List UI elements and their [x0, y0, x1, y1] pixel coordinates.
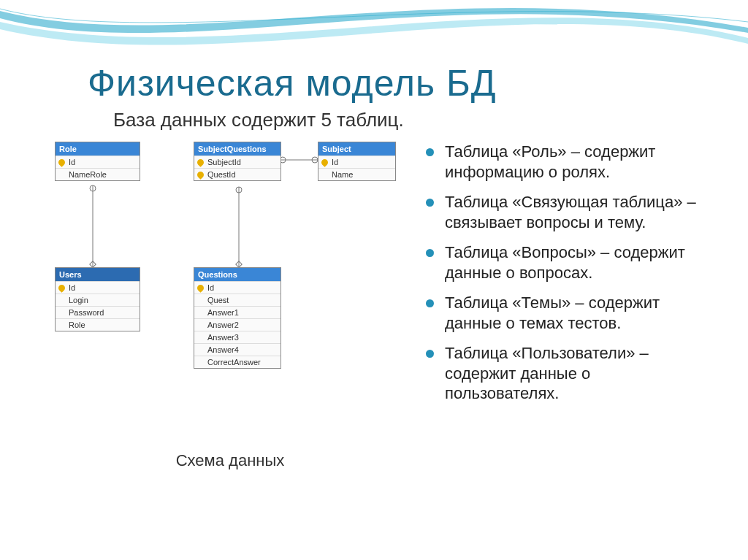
- db-diagram: Role Id NameRole SubjectQuestions Subjec…: [55, 142, 413, 463]
- table-questions: Questions Id Quest Answer1 Answer2 Answe…: [194, 267, 281, 369]
- table-users: Users Id Login Password Role: [55, 267, 140, 331]
- svg-point-5: [312, 157, 318, 163]
- table-questions-header: Questions: [194, 268, 280, 281]
- bullet-list: Таблица «Роль» – содержит информацию о р…: [424, 142, 704, 463]
- field: Answer2: [194, 318, 280, 331]
- diagram-caption: Схема данных: [142, 451, 318, 470]
- field: Id: [56, 156, 140, 168]
- table-subject-header: Subject: [318, 142, 395, 156]
- field: Quest: [194, 294, 280, 306]
- svg-rect-2: [90, 261, 96, 267]
- content-row: Role Id NameRole SubjectQuestions Subjec…: [44, 142, 704, 463]
- bullet-item: Таблица «Роль» – содержит информацию о р…: [424, 142, 704, 182]
- slide-title: Физическая модель БД: [88, 62, 704, 104]
- field: Id: [194, 281, 280, 294]
- table-role: Role Id NameRole: [55, 142, 140, 181]
- slide-subtitle: База данных содержит 5 таблиц.: [113, 109, 704, 131]
- svg-point-7: [236, 187, 242, 193]
- svg-point-1: [90, 185, 96, 191]
- field: Id: [318, 156, 395, 168]
- bullet-item: Таблица «Пользователи» – содержит данные…: [424, 343, 704, 404]
- field: Login: [56, 294, 140, 306]
- field: Password: [56, 306, 140, 318]
- field: CorrectAnswer: [194, 356, 280, 368]
- field: Role: [56, 318, 140, 331]
- field: Name: [318, 168, 395, 180]
- svg-rect-8: [236, 261, 242, 267]
- table-subjectquestions-header: SubjectQuestions: [194, 142, 280, 156]
- slide: Физическая модель БД База данных содержи…: [0, 0, 748, 560]
- table-subject: Subject Id Name: [318, 142, 396, 181]
- table-role-header: Role: [56, 142, 140, 156]
- bullet-item: Таблица «Вопросы» – содержит данные о во…: [424, 242, 704, 283]
- field: Answer4: [194, 343, 280, 356]
- field: Answer3: [194, 331, 280, 343]
- bullet-item: Таблица «Связующая таблица» – связывает …: [424, 192, 704, 232]
- field: QuestId: [194, 168, 280, 180]
- bullet-item: Таблица «Темы» – содержит данные о темах…: [424, 293, 704, 333]
- field: SubjectId: [194, 156, 280, 168]
- table-subjectquestions: SubjectQuestions SubjectId QuestId: [194, 142, 281, 181]
- field: Answer1: [194, 306, 280, 318]
- table-users-header: Users: [56, 268, 140, 281]
- field: NameRole: [56, 168, 140, 180]
- field: Id: [56, 281, 140, 294]
